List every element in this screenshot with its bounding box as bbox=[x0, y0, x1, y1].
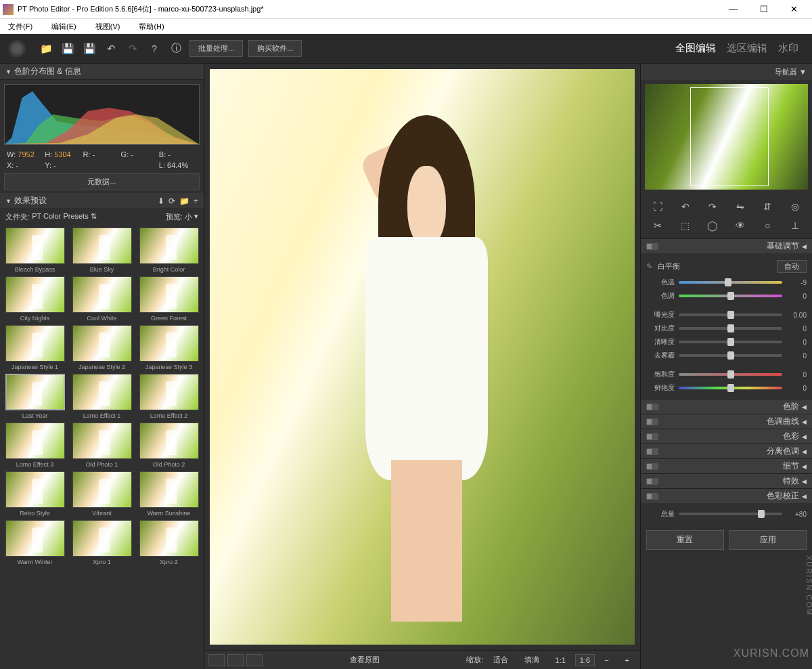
info-icon[interactable]: ⓘ bbox=[168, 41, 184, 57]
add-icon[interactable]: + bbox=[194, 196, 198, 206]
help-icon[interactable]: ? bbox=[146, 41, 162, 57]
preset-xpro-1[interactable]: Xpro 1 bbox=[70, 520, 134, 567]
preset-bright-color[interactable]: Bright Color bbox=[137, 228, 201, 275]
slider-clarity[interactable]: 清晰度0 bbox=[646, 335, 807, 349]
redeye-icon[interactable]: 👁 bbox=[727, 217, 754, 234]
reset-button[interactable]: 重置 bbox=[646, 530, 724, 550]
preset-vibrant[interactable]: Vibrant bbox=[70, 471, 134, 519]
preset-bleach-bypass[interactable]: Bleach Bypass bbox=[3, 228, 67, 275]
zoom-1-1[interactable]: 1:1 bbox=[549, 655, 572, 666]
preset-city-nights[interactable]: City Nights bbox=[3, 276, 67, 324]
crop-icon[interactable]: ✂ bbox=[645, 217, 671, 234]
slider-amount[interactable]: 总量 +80 bbox=[646, 507, 807, 521]
slider-vibrance[interactable]: 鲜艳度0 bbox=[646, 381, 807, 395]
slider-saturation[interactable]: 饱和度0 bbox=[646, 368, 807, 381]
zoom-in[interactable]: + bbox=[618, 655, 636, 666]
zoom-fit[interactable]: 适合 bbox=[487, 653, 515, 666]
slider-tint[interactable]: 色调0 bbox=[646, 289, 807, 303]
download-icon[interactable]: ⬇ bbox=[158, 196, 164, 206]
navigator-thumbnail[interactable] bbox=[645, 84, 808, 190]
rotate-left-icon[interactable]: ↶ bbox=[673, 198, 699, 215]
flip-h-icon[interactable]: ⇋ bbox=[727, 198, 754, 215]
lens-icon[interactable]: ◯ bbox=[700, 217, 726, 234]
preset-warm-sunshine[interactable]: Warm Sunshine bbox=[137, 471, 201, 519]
preset-xpro-2[interactable]: Xpro 2 bbox=[137, 520, 201, 567]
section-effects[interactable]: 特效◀ bbox=[641, 473, 812, 488]
view-original-button[interactable]: 查看原图 bbox=[343, 653, 386, 666]
minimize-button[interactable]: — bbox=[718, 0, 748, 19]
preset-blue-sky[interactable]: Blue Sky bbox=[70, 228, 134, 275]
toggle-switch[interactable] bbox=[646, 448, 658, 455]
preset-old-photo-1[interactable]: Old Photo 1 bbox=[70, 423, 134, 470]
preset-japanese-style-3[interactable]: Japanese Style 3 bbox=[137, 325, 201, 372]
navigator-viewport[interactable] bbox=[690, 87, 769, 187]
slider-exposure[interactable]: 曝光度0.00 bbox=[646, 308, 807, 322]
rotate-right-icon[interactable]: ↷ bbox=[700, 198, 726, 215]
toggle-switch[interactable] bbox=[646, 404, 658, 410]
preset-old-photo-2[interactable]: Old Photo 2 bbox=[137, 423, 201, 470]
eyedropper-icon[interactable]: ✎ bbox=[646, 262, 652, 271]
open-icon[interactable]: 📁 bbox=[38, 41, 54, 57]
toggle-switch[interactable] bbox=[646, 478, 658, 485]
slider-contrast[interactable]: 对比度0 bbox=[646, 322, 807, 335]
mode-full-edit[interactable]: 全图编辑 bbox=[675, 42, 716, 55]
preset-lomo-effect-2[interactable]: Lomo Effect 2 bbox=[137, 374, 201, 421]
circle-icon[interactable]: ○ bbox=[754, 217, 781, 234]
slider-dehaze[interactable]: 去雾霾0 bbox=[646, 349, 807, 362]
section-split[interactable]: 分离色调◀ bbox=[641, 444, 812, 458]
preset-japanese-style-2[interactable]: Japanese Style 2 bbox=[70, 325, 134, 372]
metadata-button[interactable]: 元数据... bbox=[4, 173, 200, 190]
zoom-fill[interactable]: 填满 bbox=[518, 653, 546, 666]
view-split-h-icon[interactable] bbox=[227, 654, 244, 666]
redo-icon[interactable]: ↷ bbox=[125, 41, 141, 57]
apply-button[interactable]: 应用 bbox=[729, 530, 807, 550]
preset-green-forest[interactable]: Green Forest bbox=[137, 276, 201, 324]
section-curves[interactable]: 色调曲线◀ bbox=[641, 414, 812, 429]
preset-lomo-effect-3[interactable]: Lomo Effect 3 bbox=[3, 423, 67, 470]
folder-icon[interactable]: 📁 bbox=[179, 196, 189, 206]
view-single-icon[interactable] bbox=[208, 654, 225, 666]
spiral-icon[interactable]: ◎ bbox=[782, 198, 809, 215]
toggle-switch[interactable] bbox=[646, 418, 658, 425]
preset-lomo-effect-1[interactable]: Lomo Effect 1 bbox=[70, 374, 134, 421]
saveas-icon[interactable]: 💾 bbox=[81, 41, 97, 57]
sort-icon[interactable]: ⇅ bbox=[89, 212, 97, 222]
zoom-out[interactable]: − bbox=[597, 655, 615, 666]
preset-last-year[interactable]: Last Year bbox=[3, 374, 67, 421]
menu-help[interactable]: 帮助(H) bbox=[139, 22, 164, 32]
maximize-button[interactable]: ☐ bbox=[748, 0, 779, 19]
flip-v-icon[interactable]: ⇵ bbox=[754, 198, 781, 215]
toggle-switch[interactable] bbox=[646, 243, 658, 250]
zoom-ratio[interactable]: 1:6 bbox=[575, 654, 595, 666]
section-levels[interactable]: 色阶◀ bbox=[641, 399, 812, 414]
auto-wb-button[interactable]: 自动 bbox=[777, 260, 807, 273]
preset-cool-white[interactable]: Cool White bbox=[70, 276, 134, 324]
histogram-header[interactable]: ▼ 色阶分布图 & 信息 bbox=[0, 64, 204, 80]
menu-view[interactable]: 视图(V) bbox=[95, 22, 120, 32]
histogram[interactable] bbox=[4, 84, 200, 145]
section-basic[interactable]: 基础调节◀ bbox=[641, 238, 812, 253]
expand-icon[interactable]: ⛶ bbox=[645, 198, 671, 215]
preset-folder-select[interactable]: PT Color Presets bbox=[32, 212, 89, 222]
mode-region-edit[interactable]: 选区编辑 bbox=[727, 42, 767, 55]
section-color[interactable]: 色彩◀ bbox=[641, 429, 812, 444]
refresh-icon[interactable]: ⟳ bbox=[168, 196, 175, 206]
presets-header[interactable]: ▼ 效果预设 ⬇ ⟳ 📁 + bbox=[0, 193, 204, 209]
preview-size-select[interactable]: 小 bbox=[185, 212, 192, 222]
preset-japanese-style-1[interactable]: Japanese Style 1 bbox=[3, 325, 67, 372]
preset-retro-style[interactable]: Retro Style bbox=[3, 471, 67, 519]
menu-edit[interactable]: 编辑(E) bbox=[51, 22, 76, 32]
image-canvas[interactable] bbox=[210, 69, 635, 645]
undo-icon[interactable]: ↶ bbox=[103, 41, 119, 57]
toggle-switch[interactable] bbox=[646, 463, 658, 470]
preset-warm-winter[interactable]: Warm Winter bbox=[3, 520, 67, 567]
navigator-header[interactable]: 导航器 ▼ bbox=[641, 64, 812, 80]
chevron-down-icon[interactable]: ▾ bbox=[192, 212, 198, 222]
slider-temp[interactable]: 色温-9 bbox=[646, 276, 807, 289]
section-calib[interactable]: 色彩校正◀ bbox=[641, 488, 812, 503]
toggle-switch[interactable] bbox=[646, 433, 658, 440]
buy-button[interactable]: 购买软件... bbox=[248, 40, 302, 57]
section-detail[interactable]: 细节◀ bbox=[641, 458, 812, 473]
view-split-v-icon[interactable] bbox=[246, 654, 263, 666]
batch-button[interactable]: 批量处理... bbox=[189, 40, 243, 57]
